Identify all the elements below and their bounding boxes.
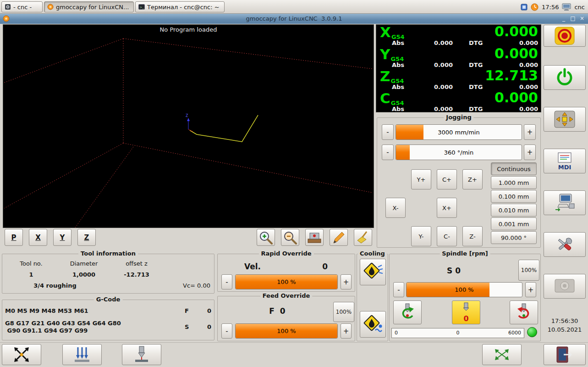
increment-90deg-button[interactable]: 90.000 ° (491, 231, 537, 244)
jog-label: Y- (418, 233, 423, 240)
increment-continuous-button[interactable]: Continuous (491, 162, 537, 175)
maximize-button[interactable]: □ (569, 15, 577, 22)
rpm-current: 0 (392, 330, 524, 336)
jog-button-x-minus[interactable]: X- (385, 198, 406, 218)
feed-override-panel: Feed Override F 0 100% - 100 % + (217, 296, 355, 341)
camera-button[interactable] (544, 274, 586, 299)
window-titlebar[interactable]: gmoccapy for LinuxCNC 3.0.9.1 _ □ × (0, 14, 588, 24)
dro-axis-x[interactable]: XG54 0.000 Abs 0.000 DTG 0.000 (376, 25, 541, 47)
jog-speed-minus-button[interactable]: - (382, 124, 394, 140)
block-height-button[interactable] (62, 344, 102, 365)
spindle-right-button[interactable] (510, 300, 538, 324)
rapid-override-panel: Rapid Override Vel. 0 - 100 % + (217, 254, 355, 292)
taskbar: - cnc - gmoccapy for LinuxCN... >_ Терми… (0, 0, 588, 14)
jog-button-z-minus[interactable]: Z- (462, 226, 483, 246)
rapid-minus-button[interactable]: - (221, 274, 232, 289)
feed-value-label: F 0 (218, 306, 337, 316)
fullscreen-button[interactable] (482, 344, 522, 365)
jog-angular-speed-plus-button[interactable]: + (524, 145, 536, 160)
touch-off-button[interactable] (2, 344, 41, 365)
jog-speed-plus-button[interactable]: + (524, 124, 536, 140)
jog-angular-speed-minus-button[interactable]: - (382, 145, 394, 160)
increment-001mm-button[interactable]: 0.010 mm (491, 204, 537, 217)
jog-button-c-plus[interactable]: C+ (437, 169, 457, 189)
preview-x-label: X (35, 234, 41, 242)
feed-override-slider[interactable]: 100 % (235, 323, 338, 339)
spindle-plus-button[interactable]: + (525, 282, 536, 297)
screen: - cnc - gmoccapy for LinuxCN... >_ Терми… (0, 0, 588, 367)
spindle-override-slider[interactable]: 100 % (406, 282, 522, 297)
manual-mode-button[interactable] (544, 107, 586, 132)
reset-label: 100% (336, 309, 352, 315)
jog-button-z-plus[interactable]: Z+ (462, 169, 483, 189)
taskbar-window-label: - cnc - (13, 4, 32, 11)
system-tray: 17:56 cnc (521, 0, 587, 14)
notification-icon[interactable] (521, 4, 528, 11)
preview-p-button[interactable]: P (5, 229, 23, 246)
jog-button-c-minus[interactable]: C- (437, 226, 457, 246)
mist-coolant-button[interactable] (360, 259, 386, 285)
preview-y-label: Y (60, 234, 65, 242)
rapid-override-slider[interactable]: 100 % (235, 274, 338, 289)
increment-0001mm-button[interactable]: 0.001 mm (491, 217, 537, 230)
taskbar-window-terminal[interactable]: >_ Терминал - cnc@cnc: ~ (135, 1, 225, 12)
clock-icon[interactable] (531, 3, 539, 11)
power-icon (555, 68, 574, 87)
mdi-mode-button[interactable]: MDI (544, 149, 586, 173)
feed-value: 0 (195, 307, 211, 314)
reset-label: 100% (521, 267, 537, 273)
jog-label: C+ (442, 176, 451, 183)
taskbar-window-gmoccapy[interactable]: gmoccapy for LinuxCN... (44, 1, 134, 12)
preview-x-button[interactable]: X (29, 229, 47, 246)
feed-minus-button[interactable]: - (221, 323, 232, 339)
estop-button[interactable] (544, 25, 586, 47)
clear-button[interactable] (354, 229, 372, 246)
preview-p-label: P (11, 234, 16, 242)
feed-plus-button[interactable]: + (341, 323, 352, 339)
spindle-reset-button[interactable]: 100% (518, 260, 539, 281)
dro-axis-y[interactable]: YG54 0.000 Abs 0.000 DTG 0.000 (376, 47, 541, 69)
zoom-out-button[interactable] (281, 229, 299, 246)
jog-button-y-minus[interactable]: Y- (411, 226, 431, 246)
zoom-in-button[interactable] (257, 229, 275, 246)
settings-button[interactable] (544, 232, 586, 257)
preview-z-label: Z (84, 234, 89, 242)
jog-button-x-plus[interactable]: X+ (437, 198, 457, 218)
gremlin-preview[interactable]: No Program loaded Z (3, 24, 374, 228)
preview-y-button[interactable]: Y (53, 229, 71, 246)
tool-table-button[interactable] (305, 229, 324, 246)
machine-on-button[interactable] (544, 65, 586, 90)
minimize-button[interactable]: _ (560, 15, 568, 22)
edit-button[interactable] (330, 229, 348, 246)
computer-icon[interactable] (562, 3, 571, 11)
dro-axis-c[interactable]: CG54 0.000 Abs 0.000 DTG 0.000 (376, 91, 541, 113)
spindle-minus-button[interactable]: - (393, 282, 404, 297)
rapid-plus-button[interactable]: + (341, 274, 352, 289)
increment-01mm-button[interactable]: 0.100 mm (491, 190, 537, 203)
zoom-out-icon (283, 231, 297, 245)
vel-value: 0 (309, 262, 328, 271)
jog-pad-icon (554, 110, 575, 128)
gmoccapy-icon (47, 4, 54, 10)
auto-mode-button[interactable] (544, 190, 586, 215)
close-button[interactable]: × (578, 15, 586, 22)
jogging-title: Jogging (444, 114, 473, 121)
tray-clock[interactable]: 17:56 (542, 4, 559, 11)
spindle-stop-button[interactable]: 0 (452, 300, 480, 324)
exit-button[interactable] (544, 344, 586, 365)
increment-1mm-button[interactable]: 1.000 mm (491, 176, 537, 189)
tool-measure-button[interactable] (122, 344, 161, 365)
jog-button-y-plus[interactable]: Y+ (411, 169, 431, 189)
jog-linear-speed-slider[interactable]: 3000 mm/min (396, 124, 522, 140)
dro-axis-z[interactable]: ZG54 12.713 Abs 0.000 DTG 0.000 (376, 69, 541, 91)
offset-z-value: -12.713 (114, 271, 159, 278)
feed-reset-button[interactable]: 100% (333, 302, 354, 322)
taskbar-window-cnc[interactable]: - cnc - (1, 1, 43, 12)
flood-coolant-button[interactable] (360, 311, 386, 338)
jog-label: Y+ (417, 176, 426, 183)
abs-value: 0.000 (434, 106, 453, 112)
preview-z-button[interactable]: Z (77, 229, 96, 246)
jog-angular-speed-slider[interactable]: 360 °/min (396, 145, 522, 160)
minus-label: - (386, 128, 389, 136)
spindle-left-button[interactable] (393, 300, 422, 324)
